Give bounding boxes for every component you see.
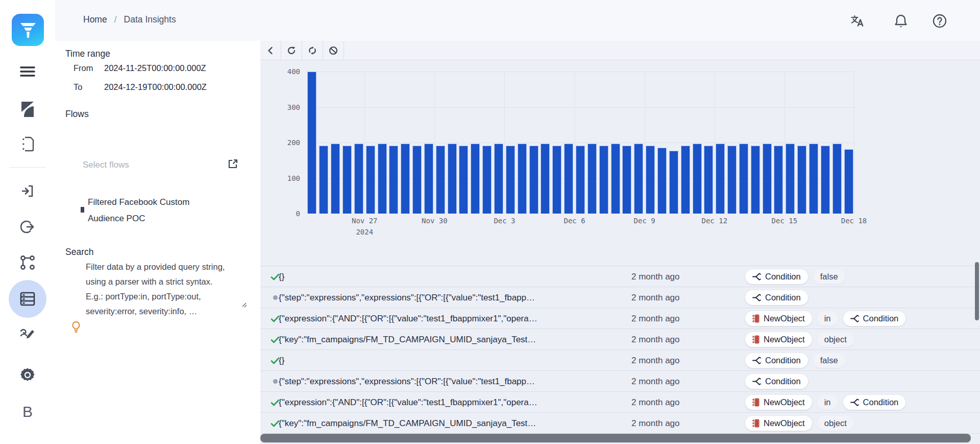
chart-bar[interactable]: [751, 146, 760, 214]
badge-label: in: [824, 314, 831, 323]
chart-bar[interactable]: [541, 144, 550, 214]
chart-bar[interactable]: [611, 144, 620, 214]
chart-bar[interactable]: [482, 146, 492, 214]
chart-bar[interactable]: [518, 144, 527, 214]
horizontal-scrollbar-track[interactable]: [260, 434, 980, 442]
topology-icon[interactable]: [0, 251, 55, 274]
sync-button[interactable]: [302, 41, 323, 60]
translate-icon[interactable]: [850, 13, 865, 29]
badge-false[interactable]: false: [813, 353, 845, 368]
chart-bar[interactable]: [797, 146, 806, 214]
vertical-scrollbar-thumb[interactable]: [975, 262, 979, 320]
badge-condition[interactable]: Condition: [745, 353, 808, 368]
chart-bar[interactable]: [401, 144, 410, 214]
disable-button[interactable]: [323, 41, 344, 60]
chart-bar[interactable]: [681, 146, 690, 214]
chart-bar[interactable]: [669, 151, 678, 214]
badge-condition[interactable]: Condition: [745, 269, 808, 284]
chart-bar[interactable]: [389, 146, 398, 214]
chart-bar[interactable]: [307, 72, 316, 214]
chart-bar[interactable]: [599, 146, 608, 214]
document-icon[interactable]: [0, 133, 55, 155]
badge-object[interactable]: object: [817, 332, 854, 347]
chart-bar[interactable]: [564, 144, 573, 214]
badge-newobject[interactable]: NewObject: [745, 395, 812, 410]
chart-bar[interactable]: [448, 144, 457, 214]
settings-icon[interactable]: [0, 364, 55, 386]
annotate-icon[interactable]: [0, 323, 55, 345]
chart-bar[interactable]: [634, 144, 643, 214]
chart-bar[interactable]: [739, 144, 748, 214]
table-row[interactable]: {"step":"expressions","expressions":[{"O…: [260, 371, 980, 392]
chart-bar[interactable]: [704, 146, 713, 214]
chart-bar[interactable]: [587, 144, 597, 214]
resize-grip-icon[interactable]: [240, 300, 248, 309]
chart-bar[interactable]: [412, 146, 422, 214]
chart-bar[interactable]: [716, 144, 725, 214]
chart-bar[interactable]: [366, 146, 375, 214]
sidebar-bottom-label[interactable]: B: [0, 401, 55, 423]
data-table-icon[interactable]: [0, 288, 55, 310]
chart-bar[interactable]: [436, 146, 445, 214]
badge-object[interactable]: object: [817, 416, 854, 431]
badge-newobject[interactable]: NewObject: [745, 311, 812, 326]
back-button[interactable]: [260, 41, 281, 60]
refresh-button[interactable]: [281, 41, 302, 60]
from-value[interactable]: 2024-11-25T00:00:00.000Z: [104, 63, 206, 73]
open-flows-external-icon[interactable]: [228, 158, 238, 169]
chart-bar[interactable]: [529, 146, 538, 214]
chart-bar[interactable]: [657, 148, 667, 214]
breadcrumb-home-link[interactable]: Home: [83, 14, 107, 25]
badge-condition[interactable]: Condition: [745, 290, 808, 305]
selected-flow-item[interactable]: Filtered Facebook Custom Audience POC: [88, 194, 226, 227]
chart-bar[interactable]: [821, 146, 830, 214]
chart-bar[interactable]: [342, 146, 352, 214]
chart-bar[interactable]: [786, 144, 795, 214]
badge-in[interactable]: in: [817, 311, 838, 326]
login-icon[interactable]: [0, 180, 55, 202]
badge-newobject[interactable]: NewObject: [745, 332, 812, 347]
chart-bar[interactable]: [646, 146, 655, 214]
badge-condition[interactable]: Condition: [843, 395, 906, 410]
chart-bar[interactable]: [774, 146, 783, 214]
app-logo[interactable]: [12, 14, 44, 46]
chart-bar[interactable]: [552, 146, 561, 214]
badge-condition[interactable]: Condition: [843, 311, 906, 326]
table-row[interactable]: {}2 month agoConditionfalse: [260, 266, 980, 287]
badge-condition[interactable]: Condition: [745, 374, 808, 389]
chart-bar[interactable]: [494, 144, 503, 214]
select-flows-input[interactable]: Select flows: [83, 160, 129, 170]
table-row[interactable]: {"expression":{"AND":[{"OR":[{"value":"t…: [260, 308, 980, 329]
chart-bar[interactable]: [809, 144, 818, 214]
menu-icon[interactable]: [0, 60, 55, 83]
to-value[interactable]: 2024-12-19T00:00:00.000Z: [104, 82, 207, 92]
table-row[interactable]: {"step":"expressions","expressions":[{"O…: [260, 287, 980, 308]
horizontal-scrollbar-thumb[interactable]: [260, 434, 971, 442]
chart-bar[interactable]: [331, 144, 340, 214]
table-row[interactable]: {"key":"fm_campaigns/FM_TD_CAMPAIGN_UMID…: [260, 413, 980, 434]
badge-newobject[interactable]: NewObject: [745, 416, 812, 431]
chart-bar[interactable]: [354, 144, 363, 214]
chart-bar[interactable]: [471, 144, 480, 214]
kibana-icon[interactable]: [0, 98, 55, 121]
badge-false[interactable]: false: [813, 269, 845, 284]
table-row[interactable]: {"expression":{"AND":[{"OR":[{"value":"t…: [260, 392, 980, 413]
chart-bar[interactable]: [424, 144, 433, 214]
chart-bar[interactable]: [459, 146, 468, 214]
chart-bar[interactable]: [378, 144, 387, 214]
chart-bar[interactable]: [506, 146, 515, 214]
chart-bar[interactable]: [763, 144, 772, 214]
chart-bar[interactable]: [844, 149, 853, 214]
table-row[interactable]: {}2 month agoConditionfalse: [260, 350, 980, 371]
chart-bar[interactable]: [622, 146, 631, 214]
table-row[interactable]: {"key":"fm_campaigns/FM_TD_CAMPAIGN_UMID…: [260, 329, 980, 350]
badge-in[interactable]: in: [817, 395, 838, 410]
chart-bar[interactable]: [319, 146, 328, 214]
help-icon[interactable]: [932, 13, 947, 29]
notifications-icon[interactable]: [893, 13, 909, 29]
logout-icon[interactable]: [0, 216, 55, 238]
chart-bar[interactable]: [832, 144, 842, 214]
chart-bar[interactable]: [576, 146, 585, 214]
chart-bar[interactable]: [693, 144, 702, 214]
chart-bar[interactable]: [727, 146, 737, 214]
